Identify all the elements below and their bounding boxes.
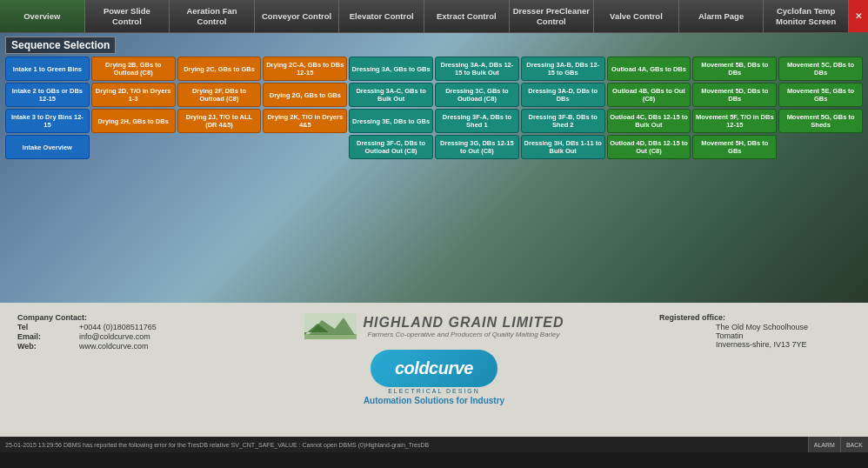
seq-btn-dress3aa[interactable]: Dressing 3A-A, DBs 12-15 to Bulk Out (435, 57, 519, 81)
seq-btn-empty2 (177, 135, 262, 159)
back-button[interactable]: BACK (840, 437, 868, 452)
seq-btn-empty4 (778, 135, 863, 159)
seq-btn-dry2f[interactable]: Drying 2F, DBs to Outload (C8) (177, 83, 262, 107)
highland-sub: Farmers Co-operative and Producers of Qu… (364, 331, 564, 338)
reg-address2: Tomatin (716, 331, 851, 340)
nav-overview[interactable]: Overview (0, 0, 85, 32)
coldcurve-name: coldcurve (395, 358, 473, 378)
nav-cyclofan[interactable]: Cyclofan Temp Monitor Screen (764, 0, 849, 32)
sequence-panel: Sequence Selection Intake 1 to Green Bin… (0, 33, 868, 163)
seq-btn-mov5e[interactable]: Movement 5E, GBs to GBs (778, 83, 863, 107)
company-area: Company Contact: Tel +0044 (0)1808511765… (0, 303, 868, 412)
seq-btn-mov5h[interactable]: Movement 5H, DBs to GBs (692, 135, 777, 159)
automation-text: Automation Solutions for Industry (364, 396, 504, 405)
contact-label: Company Contact: (17, 313, 87, 322)
web-value: www.coldcurve.com (79, 342, 149, 351)
seq-btn-dry2j[interactable]: Drying 2J, T/O to ALL (DR 4&5) (177, 109, 262, 133)
nav-valve[interactable]: Valve Control (594, 0, 679, 32)
coldcurve-oval: coldcurve (371, 350, 497, 387)
highland-logo: HIGHLAND GRAIN LIMITED Farmers Co-operat… (304, 313, 564, 339)
seq-btn-dry2c[interactable]: Drying 2C, GBs to GBs (177, 57, 262, 81)
seq-btn-dry2d[interactable]: Drying 2D, T/O in Dryers 1-3 (91, 83, 176, 107)
right-contact: Registered office: The Old Moy Schoolhou… (659, 313, 851, 349)
highland-name: HIGHLAND GRAIN LIMITED (364, 315, 564, 331)
seq-btn-intake2[interactable]: Intake 2 to GBs or DBs 12-15 (5, 83, 90, 107)
seq-btn-mov5c[interactable]: Movement 5C, DBs to DBs (778, 57, 863, 81)
seq-btn-dress3g[interactable]: Dressing 3G, DBs 12-15 to Out (C8) (435, 135, 519, 159)
coldcurve-subtext: ELECTRICAL DESIGN (388, 388, 480, 394)
seq-btn-intake1[interactable]: Intake 1 to Green Bins (5, 57, 90, 81)
seq-btn-mov5b[interactable]: Movement 5B, DBs to DBs (692, 57, 777, 81)
coldcurve-logo: coldcurve ELECTRICAL DESIGN Automation S… (364, 350, 504, 405)
sequence-grid: Intake 1 to Green Bins Drying 2B, GBs to… (5, 57, 863, 159)
seq-btn-mov5d[interactable]: Movement 5D, DBs to DBs (692, 83, 777, 107)
main-area: Sequence Selection Intake 1 to Green Bin… (0, 33, 868, 303)
seq-btn-dress3ad[interactable]: Dressing 3A-D, DBs to DBs (521, 83, 605, 107)
sequence-title: Sequence Selection (5, 37, 116, 54)
seq-btn-intake-overview[interactable]: Intake Overview (5, 135, 90, 159)
left-contact: Company Contact: Tel +0044 (0)1808511765… (17, 313, 209, 351)
seq-btn-dry2g[interactable]: Drying 2G, GBs to GBs (263, 83, 347, 107)
nav-extract[interactable]: Extract Control (424, 0, 510, 32)
email-label: Email: (17, 332, 74, 341)
nav-close-button[interactable]: ✕ (849, 0, 868, 32)
email-value: info@coldcurve.com (79, 332, 150, 341)
nav-elevator[interactable]: Elevator Control (339, 0, 424, 32)
status-bar: 25-01-2015 13:29:56 DBMS has reported th… (0, 437, 868, 452)
nav-aeration-fan[interactable]: Aeration Fan Control (170, 0, 255, 32)
center-logo: HIGHLAND GRAIN LIMITED Farmers Co-operat… (217, 313, 651, 405)
nav-dresser[interactable]: Dresser PreCleaner Control (510, 0, 595, 32)
seq-btn-mov5g[interactable]: Movement 5G, GBs to Sheds (778, 109, 863, 133)
seq-btn-out4a[interactable]: Outload 4A, GBs to DBs (607, 57, 691, 81)
seq-btn-dry2h[interactable]: Drying 2H, GBs to DBs (91, 109, 176, 133)
nav-alarm[interactable]: Alarm Page (679, 0, 765, 32)
seq-btn-dress3c[interactable]: Dressing 3C, GBs to Outload (C8) (435, 83, 519, 107)
seq-btn-out4c[interactable]: Outload 4C, DBs 12-15 to Bulk Out (607, 109, 691, 133)
seq-btn-intake3[interactable]: Intake 3 to Dry Bins 12-15 (5, 109, 90, 133)
seq-btn-dress3ac[interactable]: Dressing 3A-C, GBs to Bulk Out (349, 83, 433, 107)
seq-btn-dress3fc[interactable]: Dressing 3F-C, DBs to Outload Out (C8) (349, 135, 433, 159)
seq-btn-empty3 (263, 135, 347, 159)
reg-address3: Inverness-shire, IV13 7YE (716, 340, 851, 349)
alarm-button[interactable]: ALARM (808, 437, 840, 452)
top-navigation: Overview Power Slide Control Aeration Fa… (0, 0, 868, 33)
seq-btn-dress3fb[interactable]: Dressing 3F-B, DBs to Shed 2 (521, 109, 605, 133)
tel-value: +0044 (0)1808511765 (79, 323, 157, 331)
seq-btn-dress3a[interactable]: Dressing 3A, GBs to GBs (349, 57, 433, 81)
svg-rect-3 (304, 334, 357, 339)
reg-address1: The Old Moy Schoolhouse (716, 323, 851, 331)
bottom-right-buttons: ALARM BACK (808, 437, 868, 452)
nav-conveyor[interactable]: Conveyor Control (255, 0, 340, 32)
bottom-panel: Company Contact: Tel +0044 (0)1808511765… (0, 303, 868, 452)
reg-label: Registered office: (659, 313, 725, 322)
seq-btn-dry2k[interactable]: Drying 2K, T/O in Dryers 4&5 (263, 109, 347, 133)
seq-btn-dry2b[interactable]: Drying 2B, GBs to Outload (C8) (91, 57, 176, 81)
tel-label: Tel (17, 323, 74, 331)
seq-btn-out4b[interactable]: Outload 4B, GBs to Out (C8) (607, 83, 691, 107)
seq-btn-dress3fa[interactable]: Dressing 3F-A, DBs to Shed 1 (435, 109, 519, 133)
status-text: 25-01-2015 13:29:56 DBMS has reported th… (5, 442, 429, 448)
seq-btn-dress3e[interactable]: Dressing 3E, DBs to GBs (349, 109, 433, 133)
highland-icon (304, 313, 357, 339)
web-label: Web: (17, 342, 74, 351)
nav-power-slide[interactable]: Power Slide Control (85, 0, 170, 32)
seq-btn-dry2ca[interactable]: Drying 2C-A, GBs to DBs 12-15 (263, 57, 347, 81)
seq-btn-empty1 (91, 135, 176, 159)
seq-btn-dress3h[interactable]: Dressing 3H, DBs 1-11 to Bulk Out (521, 135, 605, 159)
seq-btn-out4d[interactable]: Outload 4D, DBs 12-15 to Out (C8) (607, 135, 691, 159)
seq-btn-mov5f[interactable]: Movement 5F, T/O in DBs 12-15 (692, 109, 777, 133)
seq-btn-dress3ab[interactable]: Dressing 3A-B, DBs 12-15 to GBs (521, 57, 605, 81)
